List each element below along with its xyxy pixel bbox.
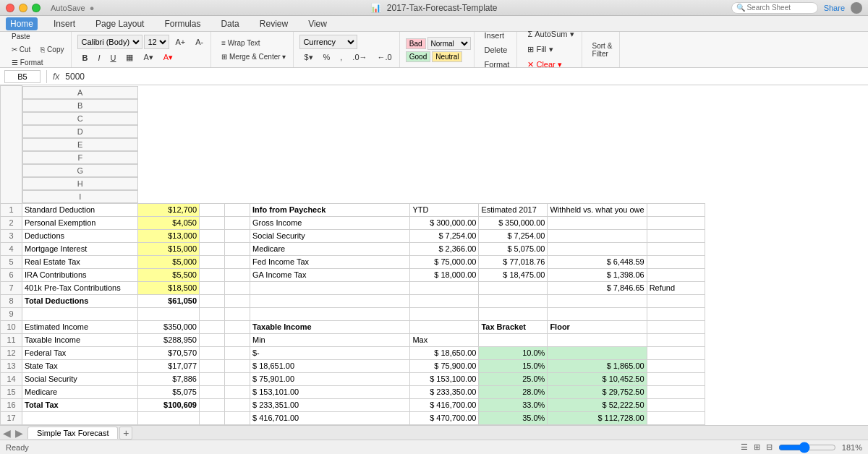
prev-sheet-button[interactable]: ◀ (3, 427, 11, 439)
cell-e14[interactable]: $ 75,901.00 (250, 372, 410, 385)
cell-f18[interactable]: $ 100,000,000.00 (410, 424, 479, 425)
cell-b13[interactable]: $17,077 (138, 359, 200, 372)
cell-a3[interactable]: Deductions (22, 229, 138, 242)
cell-g4[interactable]: $ 5,075.00 (479, 242, 548, 255)
cell-g2[interactable]: $ 350,000.00 (479, 216, 548, 229)
account-icon[interactable] (851, 2, 862, 14)
cell-i14[interactable] (647, 372, 705, 385)
cell-b10[interactable]: $350,000 (138, 320, 200, 333)
cell-e10[interactable]: Taxable Income (250, 320, 410, 333)
cell-c10[interactable] (200, 320, 225, 333)
cell-e12[interactable]: $- (250, 346, 410, 359)
cell-g6[interactable]: $ 18,475.00 (479, 268, 548, 281)
cell-f7[interactable] (410, 281, 479, 294)
cell-i2[interactable] (647, 216, 705, 229)
cell-e16[interactable]: $ 233,351.00 (250, 398, 410, 411)
cell-c3[interactable] (200, 229, 225, 242)
cell-h13[interactable]: $ 1,865.00 (548, 359, 647, 372)
search-input[interactable] (731, 2, 818, 14)
cell-i1[interactable] (647, 203, 705, 216)
menu-review[interactable]: Review (255, 17, 292, 30)
cell-e3[interactable]: Social Security (250, 229, 410, 242)
cell-d4[interactable] (225, 242, 250, 255)
cell-i9[interactable] (647, 307, 705, 320)
cell-c18[interactable] (200, 424, 225, 425)
fill-color-button[interactable]: A▾ (139, 51, 157, 64)
cell-g14[interactable]: 25.0% (479, 372, 548, 385)
insert-cells-button[interactable]: Insert (480, 29, 514, 42)
cell-a13[interactable]: State Tax (22, 359, 138, 372)
menu-insert[interactable]: Insert (49, 17, 80, 30)
cell-d8[interactable] (225, 294, 250, 307)
cell-f9[interactable] (410, 307, 479, 320)
cell-b12[interactable]: $70,570 (138, 346, 200, 359)
cell-b11[interactable]: $288,950 (138, 333, 200, 346)
cell-e4[interactable]: Medicare (250, 242, 410, 255)
cell-c6[interactable] (200, 268, 225, 281)
cell-g3[interactable]: $ 7,254.00 (479, 229, 548, 242)
cell-f12[interactable]: $ 18,650.00 (410, 346, 479, 359)
cell-d5[interactable] (225, 255, 250, 268)
cell-i13[interactable] (647, 359, 705, 372)
cell-b14[interactable]: $7,886 (138, 372, 200, 385)
cell-a4[interactable]: Mortgage Interest (22, 242, 138, 255)
merge-center-button[interactable]: ⊞ Merge & Center ▾ (217, 51, 290, 63)
cell-b9[interactable] (138, 307, 200, 320)
cell-e6[interactable]: GA Income Tax (250, 268, 410, 281)
cell-i3[interactable] (647, 229, 705, 242)
cell-i10[interactable] (647, 320, 705, 333)
cell-i5[interactable] (647, 255, 705, 268)
cell-g9[interactable] (479, 307, 548, 320)
cell-i7[interactable]: Refund (647, 281, 705, 294)
view-normal-button[interactable]: ☰ (741, 442, 748, 452)
cell-e2[interactable]: Gross Income (250, 216, 410, 229)
zoom-slider[interactable] (778, 442, 836, 453)
add-sheet-button[interactable]: + (119, 427, 132, 440)
cell-b17[interactable] (138, 411, 200, 424)
col-header-d[interactable]: D (22, 125, 138, 138)
cell-d18[interactable] (225, 424, 250, 425)
cell-e9[interactable] (250, 307, 410, 320)
cell-f1[interactable]: YTD (410, 203, 479, 216)
clear-button[interactable]: ✕ Clear ▾ (523, 58, 578, 72)
close-button[interactable] (6, 4, 14, 12)
maximize-button[interactable] (32, 4, 41, 12)
paste-button[interactable]: Paste (7, 30, 68, 43)
menu-view[interactable]: View (304, 17, 331, 30)
cell-g16[interactable]: 33.0% (479, 398, 548, 411)
italic-button[interactable]: I (93, 51, 104, 64)
cell-f2[interactable]: $ 300,000.00 (410, 216, 479, 229)
cell-b4[interactable]: $15,000 (138, 242, 200, 255)
col-header-f[interactable]: F (22, 151, 138, 164)
delete-cells-button[interactable]: Delete (480, 43, 514, 56)
cell-e15[interactable]: $ 153,101.00 (250, 385, 410, 398)
wrap-text-button[interactable]: ≡ Wrap Text (217, 37, 264, 49)
cell-i18[interactable] (647, 424, 705, 425)
increase-decimal-button[interactable]: .0→ (348, 51, 371, 64)
cell-e17[interactable]: $ 416,701.00 (250, 411, 410, 424)
cell-c9[interactable] (200, 307, 225, 320)
cell-i17[interactable] (647, 411, 705, 424)
view-layout-button[interactable]: ⊞ (754, 442, 760, 452)
cell-h7[interactable]: $ 7,846.65 (548, 281, 647, 294)
cell-d7[interactable] (225, 281, 250, 294)
view-page-break-button[interactable]: ⊟ (766, 442, 773, 452)
cell-h9[interactable] (548, 307, 647, 320)
cell-i8[interactable] (647, 294, 705, 307)
sheet-tab-simple-tax-forecast[interactable]: Simple Tax Forecast (27, 427, 118, 439)
cell-i6[interactable] (647, 268, 705, 281)
cell-b7[interactable]: $18,500 (138, 281, 200, 294)
cell-h3[interactable] (548, 229, 647, 242)
cell-c5[interactable] (200, 255, 225, 268)
cell-c7[interactable] (200, 281, 225, 294)
cell-d14[interactable] (225, 372, 250, 385)
increase-font-button[interactable]: A+ (171, 35, 190, 48)
cell-g18[interactable]: 39.6% (479, 424, 548, 425)
cell-c1[interactable] (200, 203, 225, 216)
cell-h11[interactable] (548, 333, 647, 346)
cell-reference-input[interactable] (4, 70, 41, 83)
cell-h4[interactable] (548, 242, 647, 255)
cell-a7[interactable]: 401k Pre-Tax Contributions (22, 281, 138, 294)
cell-d16[interactable] (225, 398, 250, 411)
col-header-g[interactable]: G (22, 164, 138, 177)
